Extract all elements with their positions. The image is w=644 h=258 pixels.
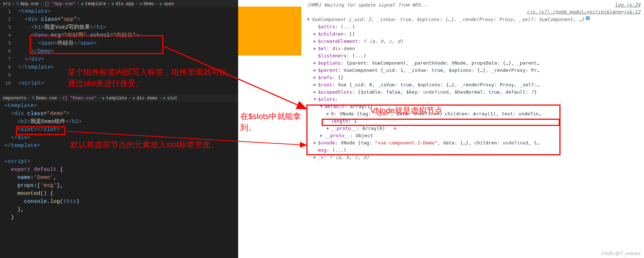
editor-demo-vue: omponents› VDemo.vue› {} "Demo.vue"› ◈te… [0,94,238,258]
expand-icon[interactable] [314,81,318,89]
bc-src[interactable]: src [3,1,11,7]
info-icon[interactable]: i [586,16,590,20]
expand-icon[interactable] [314,45,318,52]
breadcrumb-top[interactable]: src› VApp.vue› {} "App.vue"› ◈template› … [0,0,238,8]
expand-icon[interactable] [314,38,318,45]
expand-icon[interactable] [314,89,318,96]
expand-icon[interactable] [307,16,311,23]
expand-icon[interactable] [314,30,318,38]
hmr-msg: [HMR] Waiting for update signal from WDS… [307,2,429,8]
orange-preview-block [238,7,301,56]
console-output[interactable]: [HMR] Waiting for update signal from WDS… [303,0,644,163]
watermark: CSDN @IT_Holmes [601,251,640,256]
bc-demo[interactable]: Demo [143,1,154,7]
bc-span[interactable]: span [164,1,174,7]
expand-icon[interactable] [327,110,331,118]
bc-template[interactable]: template [85,1,106,7]
bc-brace[interactable]: {} "App.vue" [44,1,76,7]
code-bottom[interactable]: <template> <div class="demo"> <h2>我是Demo… [4,102,238,222]
expand-icon[interactable] [314,74,318,81]
anno-dollar-slots: 在$slots中就能拿到。 [240,111,302,134]
bc-demovue[interactable]: Demo.vue [36,96,57,101]
expand-icon[interactable] [314,96,318,103]
expand-icon[interactable] [320,132,325,139]
bc-components[interactable]: omponents [3,96,27,101]
bc-brace2[interactable]: {} "Demo.vue" [62,96,97,101]
root-obj[interactable]: VueComponent {_uid: 2, _isVue: true, $op… [311,16,584,23]
anno-slot-explain: 某个组件标签内部写入标签，组件里面就可以通过slot来进行接受。 [68,67,235,89]
breadcrumb-bottom[interactable]: omponents› VDemo.vue› {} "Demo.vue"› ◈te… [0,94,238,102]
expand-icon[interactable] [314,154,318,161]
source-link[interactable]: cjs.js?!./node_modul…=script&lang=js&:12 [527,9,640,15]
bc-div[interactable]: div.app [116,1,134,7]
expand-icon[interactable] [320,103,325,110]
log-link[interactable]: log.js:24 [615,2,640,8]
expand-icon[interactable] [327,125,331,132]
anno-default-slot: 默认将虚拟节点的元素放入slot标签里面。 [70,139,227,151]
line-gutter: 12345678910 [0,8,15,87]
anno-vnode: VNode就是虚拟节点 [370,105,443,116]
expand-icon[interactable] [314,60,318,67]
bc-appvue[interactable]: App.vue [20,1,38,7]
expand-icon[interactable] [314,139,318,147]
expand-icon[interactable] [314,67,318,74]
bc-template2[interactable]: template [106,96,127,101]
bc-slot[interactable]: slot [167,96,178,101]
bc-divdemo[interactable]: div.demo [136,96,158,101]
